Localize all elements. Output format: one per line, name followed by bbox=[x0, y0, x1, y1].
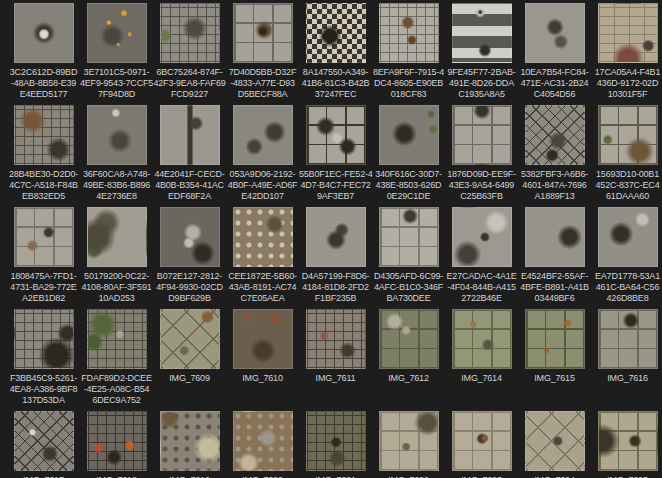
file-name-line: EDF68F2A bbox=[153, 191, 226, 202]
file-item[interactable]: B072E127-2812-4F94-9930-02CDD9BF629B bbox=[153, 207, 226, 309]
file-name-line: 4601-847A-7696 bbox=[518, 180, 591, 191]
file-item[interactable]: 8EFA9F6F-7915-4DC4-8605-E90EB018CF83 bbox=[372, 3, 445, 105]
file-name-line: C1935A8A5 bbox=[445, 89, 518, 100]
file-item[interactable]: IMG_7614 bbox=[445, 309, 518, 411]
file-item[interactable]: IMG_7620 bbox=[226, 411, 299, 478]
file-item[interactable]: 3E7101C5-0971-4EF9-9543-7CCF57F94D8D bbox=[80, 3, 153, 105]
file-thumbnail bbox=[233, 3, 293, 63]
file-name-line: 6DEC9A752 bbox=[80, 395, 153, 406]
file-item[interactable]: IMG_7622 bbox=[372, 411, 445, 478]
file-name-label: D4305AFD-6C99-4AFC-B1C0-346FBA730DEE bbox=[372, 271, 445, 304]
file-thumbnail bbox=[452, 411, 512, 471]
file-item[interactable]: 9FE45F77-2BAB-491E-8D26-DDAC1935A8A5 bbox=[445, 3, 518, 105]
file-item[interactable]: FDAF89D2-DCEE-4E25-A08C-B546DEC9A752 bbox=[80, 309, 153, 411]
file-name-line: FDAF89D2-DCEE bbox=[80, 373, 153, 384]
file-thumbnail bbox=[160, 105, 220, 165]
file-item[interactable]: 053A9D06-2192-4B0F-A49E-AD6FE42DD107 bbox=[226, 105, 299, 207]
file-name-line: 4184-81D8-2FD2 bbox=[299, 282, 372, 293]
file-item[interactable]: 1876D09D-EE9F-43E3-9A54-6499C25B63FB bbox=[445, 105, 518, 207]
file-item[interactable]: IMG_7625 bbox=[591, 411, 662, 478]
file-item[interactable]: 15693D10-00B1452C-837C-EC461DAAA60 bbox=[591, 105, 662, 207]
file-name-line: 2722B46E bbox=[445, 293, 518, 304]
file-name-line: D4A57199-F8D6- bbox=[299, 271, 372, 282]
file-item[interactable]: 6BC75264-874F-42F3-9EA8-FAF69FCD9227 bbox=[153, 3, 226, 105]
file-item[interactable]: EA7D1778-53A1461C-BA64-C56426D8BE8 bbox=[591, 207, 662, 309]
file-name-line: 10AD253 bbox=[80, 293, 153, 304]
file-name-line: 4B0B-B354-41AC bbox=[153, 180, 226, 191]
file-name-line: IMG_7616 bbox=[591, 373, 662, 384]
file-item[interactable]: 3C2C612D-89BD-48AB-8B58-E39E4EED5177 bbox=[7, 3, 80, 105]
file-name-label: 7D40D5BB-D32F-4833-A77E-D93D5BECF88A bbox=[226, 67, 299, 100]
file-name-line: EB832ED5 bbox=[7, 191, 80, 202]
file-item[interactable]: 7D40D5BB-D32F-4833-A77E-D93D5BECF88A bbox=[226, 3, 299, 105]
file-item[interactable]: IMG_7621 bbox=[299, 411, 372, 478]
file-name-line: 10EA7B54-FC84- bbox=[518, 67, 591, 78]
file-item[interactable]: 28B4BE30-D2D0-4C7C-A518-F84BEB832ED5 bbox=[7, 105, 80, 207]
file-name-label: 17CA05A4-F4B1436D-9172-02D10301F5F bbox=[591, 67, 662, 100]
file-thumbnail bbox=[14, 207, 74, 267]
file-thumbnail bbox=[598, 105, 658, 165]
file-item[interactable]: 1808475A-7FD1-4731-BA29-772EA2EB1D82 bbox=[7, 207, 80, 309]
file-name-line: 3C2C612D-89BD bbox=[7, 67, 80, 78]
file-name-line: IMG_7614 bbox=[445, 373, 518, 384]
file-name-line: C7E05AEA bbox=[226, 293, 299, 304]
file-name-line: 4BFE-B891-A41B bbox=[518, 282, 591, 293]
file-item[interactable]: IMG_7624 bbox=[518, 411, 591, 478]
file-item[interactable]: D4A57199-F8D6-4184-81D8-2FD2F1BF235B bbox=[299, 207, 372, 309]
file-item[interactable]: IMG_7615 bbox=[518, 309, 591, 411]
file-name-line: 4108-80AF-3F591 bbox=[80, 282, 153, 293]
file-name-line: 9AF3EB7 bbox=[299, 191, 372, 202]
file-name-line: 3E7101C5-0971- bbox=[80, 67, 153, 78]
file-thumbnail bbox=[160, 3, 220, 63]
file-name-line: 053A9D06-2192- bbox=[226, 169, 299, 180]
file-name-label: E27CADAC-4A1E-4F04-844B-A4152722B46E bbox=[445, 271, 518, 304]
file-thumbnail bbox=[306, 105, 366, 165]
file-item[interactable]: IMG_7610 bbox=[226, 309, 299, 411]
file-item[interactable]: IMG_7623 bbox=[445, 411, 518, 478]
file-name-line: 6BC75264-874F- bbox=[153, 67, 226, 78]
file-name-line: 4D7-B4C7-FEC72 bbox=[299, 180, 372, 191]
file-name-line: 15693D10-00B1 bbox=[591, 169, 662, 180]
file-name-label: 1808475A-7FD1-4731-BA29-772EA2EB1D82 bbox=[7, 271, 80, 304]
file-name-line: F1BF235B bbox=[299, 293, 372, 304]
file-item[interactable]: 10EA7B54-FC84-471E-AC31-2B24C4054D56 bbox=[518, 3, 591, 105]
file-item[interactable]: 5382FBF3-A6B6-4601-847A-7696A1889F13 bbox=[518, 105, 591, 207]
file-item[interactable]: E4524BF2-55AF-4BFE-B891-A41B03449BF6 bbox=[518, 207, 591, 309]
file-item[interactable]: E27CADAC-4A1E-4F04-844B-A4152722B46E bbox=[445, 207, 518, 309]
file-item[interactable]: IMG_7618 bbox=[80, 411, 153, 478]
file-item[interactable]: 44E2041F-CECD-4B0B-B354-41ACEDF68F2A bbox=[153, 105, 226, 207]
file-item[interactable]: 55B0F1EC-FE52-44D7-B4C7-FEC729AF3EB7 bbox=[299, 105, 372, 207]
file-name-line: 471E-AC31-2B24 bbox=[518, 78, 591, 89]
file-name-line: IMG_7615 bbox=[518, 373, 591, 384]
file-item[interactable]: 50179200-0C22-4108-80AF-3F59110AD253 bbox=[80, 207, 153, 309]
file-name-line: D5BECF88A bbox=[226, 89, 299, 100]
file-item[interactable]: 340F616C-30D7-438E-8503-626D0E29C1DE bbox=[372, 105, 445, 207]
file-name-line: 452C-837C-EC4 bbox=[591, 180, 662, 191]
file-item[interactable]: D4305AFD-6C99-4AFC-B1C0-346FBA730DEE bbox=[372, 207, 445, 309]
file-name-line: D9BF629B bbox=[153, 293, 226, 304]
file-item[interactable]: 8A147550-A349-41B6-81C3-B42B37247FEC bbox=[299, 3, 372, 105]
file-item[interactable]: IMG_7617 bbox=[7, 411, 80, 478]
file-thumbnail bbox=[14, 105, 74, 165]
file-name-label: 36F60CA8-A748-49BE-83B6-B8964E2736E8 bbox=[80, 169, 153, 202]
file-thumbnail bbox=[160, 309, 220, 369]
file-name-line: 17CA05A4-F4B1 bbox=[591, 67, 662, 78]
file-name-line: -48AB-8B58-E39 bbox=[7, 78, 80, 89]
file-thumbnail bbox=[87, 309, 147, 369]
file-item[interactable]: 36F60CA8-A748-49BE-83B6-B8964E2736E8 bbox=[80, 105, 153, 207]
file-item[interactable]: 17CA05A4-F4B1436D-9172-02D10301F5F bbox=[591, 3, 662, 105]
file-item[interactable]: CEE1872E-5B60-43AB-8191-AC74C7E05AEA bbox=[226, 207, 299, 309]
file-item[interactable]: IMG_7616 bbox=[591, 309, 662, 411]
file-thumbnail bbox=[87, 207, 147, 267]
file-name-line: 55B0F1EC-FE52-4 bbox=[299, 169, 372, 180]
file-item[interactable]: IMG_7612 bbox=[372, 309, 445, 411]
file-name-line: 340F616C-30D7- bbox=[372, 169, 445, 180]
file-name-line: 0E29C1DE bbox=[372, 191, 445, 202]
file-item[interactable]: F3BB45C9-5261-4EA8-A386-9BF8137D53DA bbox=[7, 309, 80, 411]
file-item[interactable]: IMG_7609 bbox=[153, 309, 226, 411]
file-item[interactable]: IMG_7619 bbox=[153, 411, 226, 478]
file-name-line: 28B4BE30-D2D0- bbox=[7, 169, 80, 180]
file-item[interactable]: IMG_7611 bbox=[299, 309, 372, 411]
file-thumbnail bbox=[452, 105, 512, 165]
file-thumbnail bbox=[160, 207, 220, 267]
